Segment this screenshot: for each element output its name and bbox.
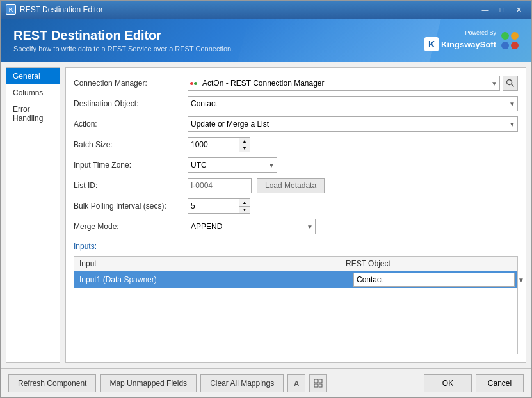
action-select-wrapper: Update or Merge a List ▼	[188, 116, 518, 132]
logo-k-icon: K	[424, 37, 439, 51]
input-timezone-select[interactable]: UTC	[188, 157, 277, 173]
dot-orange	[511, 32, 519, 40]
svg-line-1	[512, 84, 514, 87]
dot-green	[501, 32, 509, 40]
header-logo: Powered By K KingswaySoft	[424, 29, 519, 51]
inputs-cell-rest: Contact ▼	[351, 271, 517, 288]
header-title-group: REST Destination Editor Specify how to w…	[13, 28, 424, 52]
inputs-section-label: Inputs:	[74, 242, 518, 251]
connection-manager-row: Connection Manager: ActOn - REST Connect…	[74, 76, 518, 91]
restore-button[interactable]: □	[494, 4, 510, 15]
list-id-row: List ID: Load Metadata	[74, 178, 518, 193]
nav-item-error-handling[interactable]: Error Handling	[6, 101, 60, 127]
footer: Refresh Component Map Unmapped Fields Cl…	[1, 368, 531, 397]
merge-mode-row: Merge Mode: APPEND ▼	[74, 219, 518, 234]
destination-object-label: Destination Object:	[74, 99, 182, 108]
list-id-input[interactable]	[188, 178, 252, 193]
action-label: Action:	[74, 120, 182, 129]
batch-size-spinner-buttons: ▲ ▼	[239, 137, 250, 152]
grid-icon	[314, 379, 323, 388]
batch-size-row: Batch Size: ▲ ▼	[74, 137, 518, 152]
close-button[interactable]: ✕	[511, 4, 526, 15]
destination-object-select[interactable]: Contact	[188, 96, 518, 111]
action-select[interactable]: Update or Merge a List	[188, 116, 518, 132]
header-title: REST Destination Editor	[13, 28, 424, 43]
svg-rect-3	[319, 379, 322, 383]
icon-a-text: A	[294, 379, 299, 387]
bulk-polling-up-button[interactable]: ▲	[239, 199, 250, 206]
destination-object-row: Destination Object: Contact ▼	[74, 96, 518, 111]
title-bar-buttons: — □ ✕	[478, 4, 526, 15]
main-window: K REST Destination Editor — □ ✕ REST Des…	[0, 0, 532, 398]
svg-point-0	[507, 80, 512, 85]
load-metadata-button[interactable]: Load Metadata	[257, 178, 325, 193]
inputs-rest-arrow-icon: ▼	[518, 276, 524, 283]
logo-dots	[501, 32, 519, 49]
connection-manager-label: Connection Manager:	[74, 79, 182, 88]
input-timezone-row: Input Time Zone: UTC ▼	[74, 157, 518, 173]
icon-button-grid[interactable]	[309, 374, 327, 392]
footer-left: Refresh Component Map Unmapped Fields Cl…	[8, 374, 420, 392]
header-banner: REST Destination Editor Specify how to w…	[1, 19, 531, 62]
inputs-cell-input: Input1 (Data Spawner)	[74, 271, 351, 288]
batch-size-down-button[interactable]: ▼	[239, 145, 250, 152]
destination-object-select-wrapper: Contact ▼	[188, 96, 518, 111]
bulk-polling-spinner: ▲ ▼	[188, 198, 250, 214]
window-title: REST Destination Editor	[20, 5, 478, 14]
merge-mode-select[interactable]: APPEND	[188, 219, 316, 234]
batch-size-label: Batch Size:	[74, 140, 182, 149]
bulk-polling-spinner-buttons: ▲ ▼	[239, 198, 250, 214]
inputs-rest-object-select[interactable]: Contact	[353, 273, 515, 287]
input-timezone-select-wrapper: UTC ▼	[188, 157, 277, 173]
list-id-control-group: Load Metadata	[188, 178, 325, 193]
svg-rect-5	[319, 384, 322, 387]
batch-size-up-button[interactable]: ▲	[239, 138, 250, 145]
merge-mode-label: Merge Mode:	[74, 222, 182, 231]
inputs-table-header: Input REST Object	[74, 257, 517, 271]
search-icon	[506, 79, 515, 88]
batch-size-spinner: ▲ ▼	[188, 137, 250, 152]
svg-rect-4	[314, 384, 318, 387]
header-subtitle: Specify how to write data to a REST Serv…	[13, 45, 424, 52]
cancel-button[interactable]: Cancel	[476, 374, 524, 392]
bulk-polling-row: Bulk Polling Interval (secs): ▲ ▼	[74, 198, 518, 214]
refresh-component-button[interactable]: Refresh Component	[8, 374, 96, 392]
action-row: Action: Update or Merge a List ▼	[74, 116, 518, 132]
title-bar: K REST Destination Editor — □ ✕	[1, 1, 531, 19]
connection-manager-control: ActOn - REST Connection Manager ▼	[188, 76, 518, 91]
nav-item-general[interactable]: General	[6, 68, 60, 84]
inputs-col-rest-header: REST Object	[346, 259, 512, 268]
bulk-polling-down-button[interactable]: ▼	[239, 206, 250, 214]
connection-manager-select-wrapper: ActOn - REST Connection Manager ▼	[188, 76, 500, 91]
input-timezone-label: Input Time Zone:	[74, 161, 182, 170]
batch-size-input[interactable]	[188, 137, 239, 152]
bulk-polling-label: Bulk Polling Interval (secs):	[74, 202, 182, 211]
svg-rect-2	[314, 379, 318, 383]
powered-by-text: Powered By	[424, 29, 496, 36]
merge-mode-select-wrapper: APPEND ▼	[188, 219, 316, 234]
minimize-button[interactable]: —	[478, 4, 493, 15]
nav-item-columns[interactable]: Columns	[6, 84, 60, 101]
bulk-polling-input[interactable]	[188, 198, 239, 214]
main-content: General Columns Error Handling Connectio…	[1, 62, 531, 368]
inputs-table: Input REST Object Input1 (Data Spawner) …	[74, 256, 518, 354]
dot-blue	[501, 42, 509, 49]
connection-manager-select[interactable]: ActOn - REST Connection Manager	[188, 76, 500, 91]
map-unmapped-fields-button[interactable]: Map Unmapped Fields	[100, 374, 197, 392]
list-id-label: List ID:	[74, 181, 182, 190]
app-icon: K	[6, 4, 16, 15]
logo-name: KingswaySoft	[441, 40, 496, 49]
connection-search-button[interactable]	[503, 76, 518, 91]
footer-right: OK Cancel	[424, 374, 524, 392]
icon-button-a[interactable]: A	[287, 374, 305, 392]
right-panel: Connection Manager: ActOn - REST Connect…	[65, 67, 526, 363]
left-nav: General Columns Error Handling	[6, 67, 60, 363]
dot-red	[511, 42, 519, 49]
inputs-table-row[interactable]: Input1 (Data Spawner) Contact ▼	[74, 271, 517, 288]
inputs-col-input-header: Input	[79, 259, 346, 268]
ok-button[interactable]: OK	[424, 374, 472, 392]
clear-all-mappings-button[interactable]: Clear All Mappings	[200, 374, 284, 392]
